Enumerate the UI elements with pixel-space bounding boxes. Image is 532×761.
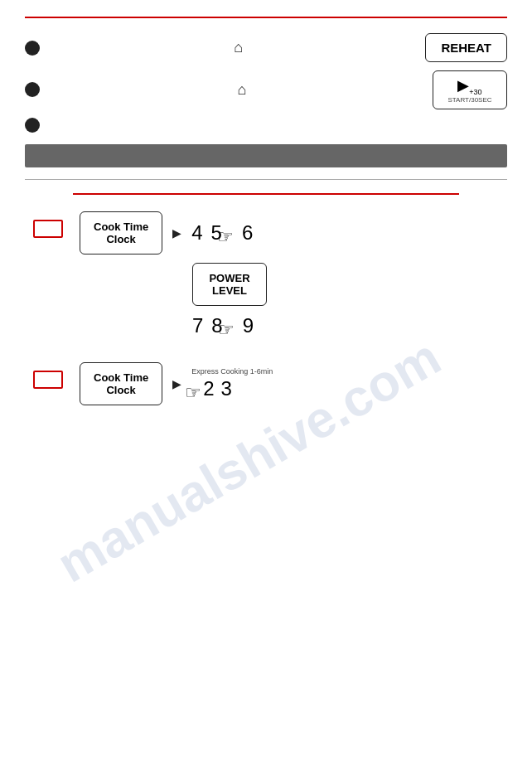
numpad-789: 7 8 ☞ 9 — [192, 314, 254, 337]
diagram-row-power: POWERLEVEL — [80, 263, 267, 306]
row2-text: ⌂ — [51, 81, 433, 99]
power-level-label: POWERLEVEL — [209, 272, 249, 297]
red-rect-1 — [33, 220, 63, 238]
start-button[interactable]: ▶+30 START/30SEC — [433, 70, 507, 109]
cook-time-clock-label-1: Cook TimeClock — [94, 221, 148, 245]
start-icon: ▶+30 — [457, 76, 481, 96]
cook-time-clock-button-2[interactable]: Cook TimeClock — [80, 362, 162, 405]
row1-text: ⌂ — [51, 39, 425, 56]
thin-divider — [25, 179, 507, 180]
num-2: 2 — [203, 377, 214, 400]
finger-press-icon-1: ☞ — [217, 226, 234, 248]
gray-bar — [25, 144, 507, 167]
num-2-pressing: ☞ 2 — [191, 377, 214, 400]
diagram-content-1: Cook TimeClock ▶ 4 5 ☞ 6 POWERLEVEL — [80, 211, 267, 337]
num-9: 9 — [243, 314, 254, 337]
diagram-row-789: 7 8 ☞ 9 — [80, 314, 267, 337]
diagram-row-cook-time-1: Cook TimeClock ▶ 4 5 ☞ 6 — [80, 211, 267, 254]
num-6: 6 — [242, 221, 253, 245]
num-3: 3 — [221, 377, 232, 400]
red-divider-top — [25, 17, 507, 18]
cook-time-clock-label-2: Cook TimeClock — [94, 371, 148, 396]
numpad-23: ☞ 2 3 — [191, 377, 232, 400]
diagram-block-1: Cook TimeClock ▶ 4 5 ☞ 6 POWERLEVEL — [25, 211, 507, 337]
reheat-button[interactable]: REHEAT — [425, 33, 507, 62]
num-4: 4 — [191, 221, 202, 245]
arrow-2: ▶ — [172, 377, 181, 390]
express-cooking-label: Express Cooking 1-6min — [191, 367, 273, 376]
red-rect-2 — [33, 371, 63, 389]
power-level-button[interactable]: POWERLEVEL — [192, 263, 267, 306]
diagram-content-2: Cook TimeClock ▶ Express Cooking 1-6min … — [80, 362, 273, 405]
row-start: ⌂ ▶+30 START/30SEC — [25, 70, 507, 109]
red-underline-middle — [73, 193, 459, 195]
microwave-icon-2: ⌂ — [238, 81, 247, 99]
finger-press-icon-3: ☞ — [185, 382, 201, 404]
num-7: 7 — [192, 314, 203, 337]
middle-section: Cook TimeClock ▶ 4 5 ☞ 6 POWERLEVEL — [0, 180, 532, 405]
num-8-pressing: 8 ☞ — [211, 314, 234, 337]
top-section: ⌂ REHEAT ⌂ ▶+30 START/30SEC — [0, 0, 532, 180]
row-3 — [25, 118, 507, 133]
diagram-block-2: Cook TimeClock ▶ Express Cooking 1-6min … — [25, 362, 507, 405]
bullet-3 — [25, 118, 40, 133]
bullet-1 — [25, 41, 40, 56]
numpad-456: 4 5 ☞ 6 — [191, 221, 253, 245]
microwave-icon-1: ⌂ — [234, 39, 243, 56]
finger-press-icon-2: ☞ — [218, 319, 235, 341]
diagram-row-cook-time-2: Cook TimeClock ▶ Express Cooking 1-6min … — [80, 362, 273, 405]
arrow-1: ▶ — [172, 226, 181, 240]
num-5-pressing: 5 ☞ — [211, 221, 234, 245]
bullet-2 — [25, 82, 40, 97]
start-label: START/30SEC — [447, 96, 491, 104]
cook-time-clock-button-1[interactable]: Cook TimeClock — [80, 211, 162, 254]
row-reheat: ⌂ REHEAT — [25, 33, 507, 62]
